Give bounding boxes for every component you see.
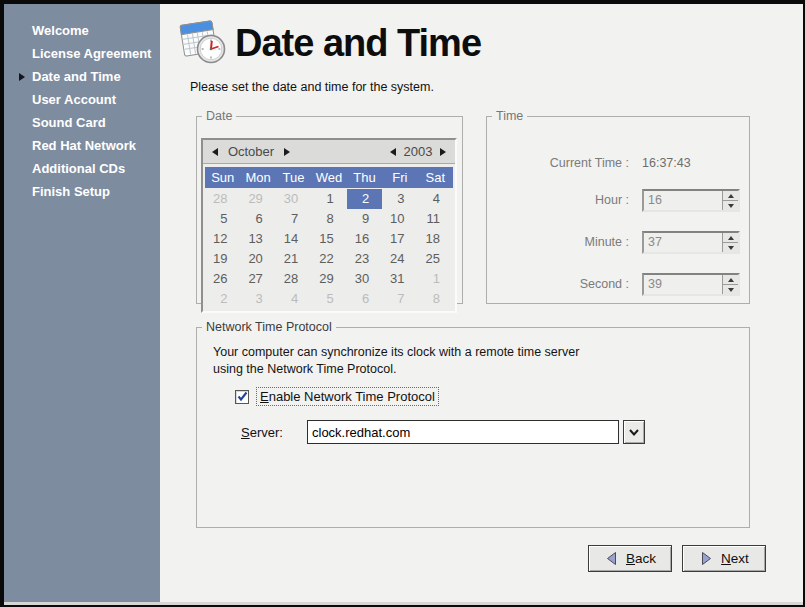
next-month-button[interactable] — [280, 144, 294, 160]
calendar-day-name: Mon — [240, 167, 275, 188]
calendar-day[interactable]: 28 — [276, 269, 311, 289]
calendar-day[interactable]: 28 — [205, 189, 240, 209]
server-combobox-input[interactable] — [307, 420, 619, 444]
calendar-day[interactable]: 3 — [382, 189, 417, 209]
hour-down-button[interactable] — [723, 201, 738, 210]
minute-down-button[interactable] — [723, 243, 738, 252]
prev-month-button[interactable] — [208, 144, 222, 160]
next-button-label: Next — [721, 551, 749, 566]
calendar-day[interactable]: 14 — [276, 229, 311, 249]
enable-ntp-label[interactable]: Enable Network Time Protocol — [256, 387, 439, 406]
ntp-group-legend: Network Time Protocol — [202, 320, 336, 334]
calendar-day-names: SunMonTueWedThuFriSat — [205, 167, 453, 188]
ntp-description: Your computer can synchronize its clock … — [213, 344, 579, 377]
calendar-day-selected[interactable]: 2 — [347, 189, 382, 209]
sidebar-item-label: Finish Setup — [32, 184, 110, 199]
calendar-day[interactable]: 9 — [347, 209, 382, 229]
server-dropdown-button[interactable] — [623, 420, 645, 444]
active-item-arrow-icon — [19, 73, 25, 81]
minute-label: Minute : — [487, 235, 629, 249]
calendar-day[interactable]: 7 — [382, 289, 417, 309]
calendar-day[interactable]: 29 — [240, 189, 275, 209]
next-button[interactable]: Next — [682, 545, 766, 572]
calendar-grid: 2829301234567891011121314151617181920212… — [205, 189, 453, 309]
calendar-day[interactable]: 18 — [418, 229, 453, 249]
sidebar-item-date-and-time[interactable]: Date and Time — [4, 65, 160, 88]
page-title: Date and Time — [235, 22, 481, 65]
window-bottom-edge — [4, 602, 803, 605]
sidebar-item-license-agreement[interactable]: License Agreement — [4, 42, 160, 65]
calendar-day[interactable]: 13 — [240, 229, 275, 249]
sidebar-item-red-hat-network[interactable]: Red Hat Network — [4, 134, 160, 157]
calendar-day[interactable]: 22 — [311, 249, 346, 269]
calendar-day[interactable]: 31 — [382, 269, 417, 289]
calendar-day[interactable]: 1 — [311, 189, 346, 209]
minute-up-button[interactable] — [723, 233, 738, 243]
back-button[interactable]: Back — [588, 545, 672, 572]
minute-spinbox[interactable]: 37 — [642, 231, 740, 254]
date-group: Date October 2003 SunMonTueWedThuFriSat … — [196, 109, 463, 304]
prev-year-button[interactable] — [386, 144, 400, 160]
hour-label: Hour : — [487, 193, 629, 207]
app-frame: WelcomeLicense AgreementDate and TimeUse… — [4, 4, 803, 602]
back-arrow-icon — [604, 551, 619, 566]
calendar-day[interactable]: 6 — [240, 209, 275, 229]
hour-spinbox[interactable]: 16 — [642, 189, 740, 212]
calendar-widget: October 2003 SunMonTueWedThuFriSat 28293… — [201, 138, 457, 313]
calendar-day[interactable]: 15 — [311, 229, 346, 249]
sidebar: WelcomeLicense AgreementDate and TimeUse… — [4, 4, 160, 602]
calendar-day[interactable]: 7 — [276, 209, 311, 229]
calendar-day[interactable]: 26 — [205, 269, 240, 289]
server-label: Server: — [241, 425, 283, 440]
calendar-day[interactable]: 11 — [418, 209, 453, 229]
calendar-day[interactable]: 3 — [240, 289, 275, 309]
sidebar-item-label: Red Hat Network — [32, 138, 136, 153]
sidebar-item-sound-card[interactable]: Sound Card — [4, 111, 160, 134]
calendar-day[interactable]: 23 — [347, 249, 382, 269]
calendar-day[interactable]: 27 — [240, 269, 275, 289]
calendar-day[interactable]: 4 — [276, 289, 311, 309]
second-spinbox[interactable]: 39 — [642, 273, 740, 296]
calendar-day[interactable]: 4 — [418, 189, 453, 209]
calendar-day[interactable]: 6 — [347, 289, 382, 309]
calendar-day[interactable]: 30 — [347, 269, 382, 289]
calendar-day[interactable]: 5 — [205, 209, 240, 229]
calendar-day[interactable]: 5 — [311, 289, 346, 309]
current-time-label: Current Time : — [487, 156, 629, 170]
sidebar-item-user-account[interactable]: User Account — [4, 88, 160, 111]
calendar-day[interactable]: 19 — [205, 249, 240, 269]
calendar-day[interactable]: 25 — [418, 249, 453, 269]
time-group-legend: Time — [492, 109, 527, 123]
chevron-down-icon — [629, 429, 639, 436]
calendar-day[interactable]: 10 — [382, 209, 417, 229]
main-content: Date and Time Please set the date and ti… — [160, 4, 803, 602]
calendar-day[interactable]: 24 — [382, 249, 417, 269]
calendar-day[interactable]: 20 — [240, 249, 275, 269]
calendar-day[interactable]: 12 — [205, 229, 240, 249]
setup-wizard-window: WelcomeLicense AgreementDate and TimeUse… — [0, 0, 805, 607]
second-value: 39 — [644, 275, 722, 294]
next-year-button[interactable] — [436, 144, 450, 160]
calendar-day[interactable]: 29 — [311, 269, 346, 289]
sidebar-item-additional-cds[interactable]: Additional CDs — [4, 157, 160, 180]
calendar-day[interactable]: 21 — [276, 249, 311, 269]
calendar-day[interactable]: 1 — [418, 269, 453, 289]
sidebar-item-finish-setup[interactable]: Finish Setup — [4, 180, 160, 203]
calendar-day[interactable]: 8 — [418, 289, 453, 309]
calendar-clock-icon — [175, 13, 229, 67]
calendar-day[interactable]: 2 — [205, 289, 240, 309]
calendar-day[interactable]: 8 — [311, 209, 346, 229]
calendar-day-name: Sun — [205, 167, 240, 188]
next-arrow-icon — [699, 551, 714, 566]
calendar-day[interactable]: 16 — [347, 229, 382, 249]
enable-ntp-checkbox[interactable] — [235, 390, 249, 404]
calendar-day[interactable]: 30 — [276, 189, 311, 209]
ntp-group: Network Time Protocol Your computer can … — [196, 320, 750, 528]
second-down-button[interactable] — [723, 285, 738, 294]
calendar-day[interactable]: 17 — [382, 229, 417, 249]
second-up-button[interactable] — [723, 275, 738, 285]
hour-up-button[interactable] — [723, 191, 738, 201]
sidebar-item-label: Welcome — [32, 23, 89, 38]
page-subtitle: Please set the date and time for the sys… — [190, 80, 434, 94]
sidebar-item-welcome[interactable]: Welcome — [4, 19, 160, 42]
